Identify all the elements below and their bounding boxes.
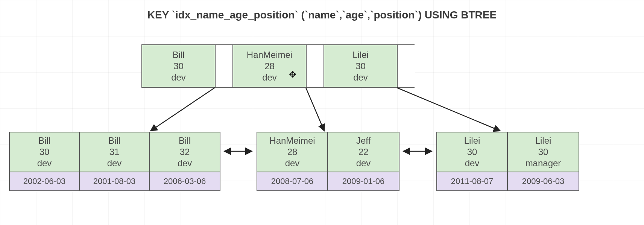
leaf-date-cell: 2009-06-03 — [508, 172, 579, 190]
root-pointer-gap — [307, 45, 324, 87]
root-key-position: dev — [353, 72, 368, 83]
root-key-name: Lilei — [352, 49, 369, 61]
leaf-name: Lilei — [535, 135, 551, 146]
leaf-entry: Lilei 30 dev 2011-08-07 — [437, 132, 508, 190]
leaf-name: Jeff — [356, 135, 371, 146]
leaf-entry: Jeff 22 dev 2009-01-06 — [328, 132, 399, 190]
leaf-name: Lilei — [464, 135, 480, 146]
root-key-0: Bill 30 dev — [142, 45, 216, 87]
btree-root-node: Bill 30 dev HanMeimei 28 dev Lilei 30 de… — [141, 44, 415, 88]
root-key-1: HanMeimei 28 dev — [233, 45, 307, 87]
leaf-age: 30 — [467, 146, 477, 158]
root-key-name: HanMeimei — [247, 49, 292, 61]
leaf-date-cell: 2006-03-06 — [150, 172, 220, 190]
leaf-age: 31 — [109, 146, 120, 158]
leaf-entry: HanMeimei 28 dev 2008-07-06 — [257, 132, 328, 190]
root-pointer-gap — [216, 45, 233, 87]
leaf-age: 28 — [287, 146, 298, 158]
leaf-key-cell: HanMeimei 28 dev — [257, 132, 327, 172]
leaf-date-cell: 2002-06-03 — [10, 172, 79, 190]
btree-leaf-2: Lilei 30 dev 2011-08-07 Lilei 30 manager… — [436, 132, 579, 191]
btree-edges — [0, 0, 644, 225]
root-key-age: 30 — [355, 61, 366, 72]
leaf-position: manager — [526, 158, 561, 169]
root-pointer-gap — [398, 45, 415, 87]
leaf-key-cell: Bill 32 dev — [150, 132, 220, 172]
leaf-name: HanMeimei — [269, 135, 315, 146]
leaf-date-cell: 2008-07-06 — [257, 172, 327, 190]
leaf-position: dev — [107, 158, 122, 169]
leaf-key-cell: Lilei 30 dev — [437, 132, 507, 172]
edge-root-to-leaf2 — [397, 88, 500, 131]
leaf-date-cell: 2009-01-06 — [328, 172, 399, 190]
leaf-entry: Lilei 30 manager 2009-06-03 — [508, 132, 579, 190]
leaf-key-cell: Bill 31 dev — [80, 132, 149, 172]
leaf-entry: Bill 30 dev 2002-06-03 — [10, 132, 80, 190]
root-key-2: Lilei 30 dev — [324, 45, 398, 87]
root-key-position: dev — [262, 72, 277, 83]
root-key-name: Bill — [172, 49, 184, 61]
edge-root-to-leaf1 — [306, 88, 324, 131]
leaf-date-cell: 2011-08-07 — [437, 172, 507, 190]
leaf-name: Bill — [179, 135, 191, 146]
root-key-age: 30 — [173, 61, 184, 72]
leaf-key-cell: Bill 30 dev — [10, 132, 79, 172]
leaf-key-cell: Lilei 30 manager — [508, 132, 579, 172]
leaf-position: dev — [356, 158, 371, 169]
leaf-age: 30 — [39, 146, 50, 158]
leaf-position: dev — [37, 158, 52, 169]
btree-leaf-0: Bill 30 dev 2002-06-03 Bill 31 dev 2001-… — [9, 132, 220, 191]
leaf-name: Bill — [38, 135, 50, 146]
root-key-age: 28 — [264, 61, 275, 72]
leaf-position: dev — [178, 158, 192, 169]
leaf-name: Bill — [108, 135, 120, 146]
leaf-position: dev — [285, 158, 300, 169]
edge-root-to-leaf0 — [150, 88, 215, 131]
root-key-position: dev — [171, 72, 186, 83]
leaf-date-cell: 2001-08-03 — [80, 172, 149, 190]
leaf-entry: Bill 31 dev 2001-08-03 — [80, 132, 150, 190]
leaf-age: 32 — [180, 146, 190, 158]
leaf-entry: Bill 32 dev 2006-03-06 — [150, 132, 220, 190]
leaf-age: 30 — [538, 146, 548, 158]
leaf-position: dev — [465, 158, 480, 169]
leaf-age: 22 — [358, 146, 369, 158]
btree-leaf-1: HanMeimei 28 dev 2008-07-06 Jeff 22 dev … — [257, 132, 399, 191]
leaf-key-cell: Jeff 22 dev — [328, 132, 399, 172]
diagram-title: KEY `idx_name_age_position` (`name`,`age… — [0, 9, 644, 21]
